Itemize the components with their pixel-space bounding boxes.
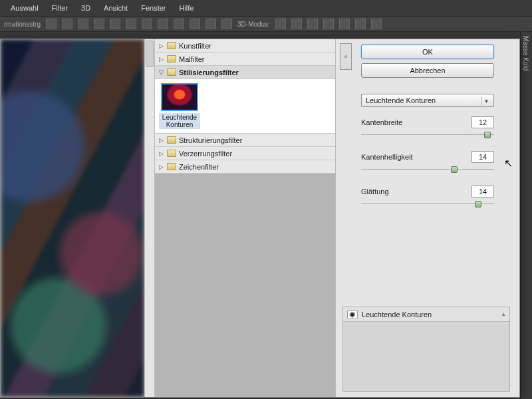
menu-bar: Auswahl Filter 3D Ansicht Fenster Hilfe — [0, 0, 532, 16]
folder-icon — [167, 42, 176, 49]
param-label: Glättung — [361, 188, 389, 196]
visibility-toggle[interactable]: ◉ — [347, 310, 358, 319]
menu-3d[interactable]: 3D — [74, 1, 97, 15]
toolbar-icon[interactable] — [62, 19, 72, 29]
tree-empty-area — [155, 174, 335, 397]
toolbar-icon[interactable] — [78, 19, 88, 29]
menu-hilfe[interactable]: Hilfe — [172, 1, 200, 15]
filter-thumb-leuchtende-konturen[interactable]: Leuchtende Konturen — [159, 83, 200, 129]
menu-auswahl[interactable]: Auswahl — [4, 1, 45, 15]
options-bar: rmationsstrg 3D-Modus: — [0, 16, 532, 32]
slider-kantenbreite[interactable] — [361, 131, 494, 139]
right-panel-dock: Masse Kold — [520, 32, 532, 399]
tree-label: Strukturierungsfilter — [179, 136, 242, 144]
param-kantenhelligkeit: Kantenhelligkeit 14 — [361, 151, 510, 174]
expand-icon[interactable]: ▷ — [158, 56, 164, 63]
expand-icon[interactable]: ▷ — [158, 137, 164, 144]
toolbar-icon[interactable] — [307, 19, 318, 29]
tree-item-verzerrungsfilter[interactable]: ▷ Verzerrungsfilter — [155, 147, 335, 160]
preview-scrollbar[interactable] — [144, 39, 155, 397]
effect-name: Leuchtende Konturen — [362, 311, 432, 319]
param-value-input[interactable]: 12 — [471, 116, 494, 128]
slider-handle[interactable] — [484, 132, 491, 138]
toolbar-icon[interactable] — [371, 19, 382, 29]
effect-stack: ◉ Leuchtende Konturen ▴ — [342, 307, 510, 392]
preview-pane[interactable] — [1, 39, 144, 397]
param-value-input[interactable]: 14 — [471, 186, 494, 198]
tree-label: Verzerrungsfilter — [179, 150, 232, 158]
tree-label: Stilisierungsfilter — [179, 68, 239, 76]
menu-fenster[interactable]: Fenster — [134, 1, 172, 15]
toolbar-icon[interactable] — [190, 19, 200, 29]
collapse-icon[interactable]: ▽ — [158, 69, 164, 76]
panel-tab[interactable]: Masse Kold — [521, 32, 531, 74]
preview-image — [1, 39, 144, 397]
tree-item-zeichenfilter[interactable]: ▷ Zeichenfilter — [155, 160, 335, 174]
param-glaettung: Glättung 14 — [361, 186, 510, 208]
tree-label: Kunstfilter — [179, 42, 211, 50]
toolbar-icon[interactable] — [142, 19, 152, 29]
ok-button[interactable]: OK — [361, 45, 494, 59]
tree-item-kunstfilter[interactable]: ▷ Kunstfilter — [155, 39, 335, 53]
param-value-input[interactable]: 14 — [471, 151, 494, 163]
toolbar-icon[interactable] — [339, 19, 350, 29]
chevron-down-icon: ▼ — [481, 96, 491, 106]
folder-icon — [167, 55, 176, 63]
toolbar-left-text: rmationsstrg — [4, 21, 41, 28]
expand-icon[interactable]: ▷ — [158, 150, 164, 157]
menu-filter[interactable]: Filter — [45, 1, 74, 15]
chevron-up-icon[interactable]: ▴ — [502, 311, 505, 317]
folder-icon — [167, 150, 176, 157]
toolbar-icon[interactable] — [323, 19, 334, 29]
slider-track — [361, 169, 494, 170]
menu-ansicht[interactable]: Ansicht — [97, 1, 134, 15]
toolbar-mode-label: 3D-Modus: — [237, 21, 270, 28]
param-kantenbreite: Kantenbreite 12 — [361, 116, 510, 139]
tree-label: Zeichenfilter — [179, 163, 219, 171]
cancel-label: Abbrechen — [410, 66, 445, 74]
slider-handle[interactable] — [475, 201, 481, 207]
toolbar-icon[interactable] — [275, 19, 286, 29]
toolbar-icon[interactable] — [355, 19, 366, 29]
toolbar-icon[interactable] — [291, 19, 302, 29]
toolbar-icon[interactable] — [221, 19, 232, 29]
scrollbar-thumb[interactable] — [146, 41, 154, 67]
toolbar-icon[interactable] — [126, 19, 136, 29]
slider-glaettung[interactable] — [361, 200, 494, 208]
slider-track — [361, 203, 494, 204]
tree-item-strukturierungsfilter[interactable]: ▷ Strukturierungsfilter — [155, 134, 335, 147]
param-label: Kantenbreite — [361, 118, 402, 126]
expand-icon[interactable]: ▷ — [158, 43, 164, 49]
filter-gallery-dialog: ▷ Kunstfilter ▷ Malfilter ▽ Stilisierung… — [0, 39, 520, 398]
toolbar-icon[interactable] — [158, 19, 168, 29]
slider-track — [361, 134, 494, 135]
slider-handle[interactable] — [451, 166, 458, 173]
effect-stack-item[interactable]: ◉ Leuchtende Konturen ▴ — [343, 307, 509, 322]
filter-preset-dropdown[interactable]: Leuchtende Konturen ▼ — [361, 94, 494, 107]
folder-icon — [167, 163, 176, 170]
eye-icon: ◉ — [349, 310, 356, 319]
toolbar-icon[interactable] — [110, 19, 120, 29]
collapse-tree-button[interactable]: « — [340, 43, 352, 70]
toolbar-icon[interactable] — [94, 19, 104, 29]
slider-kantenhelligkeit[interactable] — [361, 166, 494, 174]
thumb-image — [161, 83, 198, 111]
tree-label: Malfilter — [179, 55, 205, 63]
folder-icon — [167, 136, 176, 144]
filter-tree: ▷ Kunstfilter ▷ Malfilter ▽ Stilisierung… — [155, 39, 336, 397]
ok-label: OK — [422, 48, 433, 56]
tree-item-malfilter[interactable]: ▷ Malfilter — [155, 53, 335, 66]
thumb-caption: Leuchtende Konturen — [159, 113, 200, 129]
dropdown-value: Leuchtende Konturen — [366, 96, 436, 104]
toolbar-icon[interactable] — [205, 19, 216, 29]
folder-icon — [167, 68, 176, 76]
expand-icon[interactable]: ▷ — [158, 164, 164, 170]
toolbar-icon[interactable] — [174, 19, 184, 29]
toolbar-icon[interactable] — [46, 19, 57, 29]
cancel-button[interactable]: Abbrechen — [361, 63, 494, 78]
filter-thumbnails: Leuchtende Konturen — [155, 79, 335, 134]
filter-controls: « OK Abbrechen Leuchtende Konturen ▼ Kan… — [336, 39, 519, 397]
chevron-double-icon: « — [344, 53, 347, 60]
tree-item-stilisierungsfilter[interactable]: ▽ Stilisierungsfilter — [155, 66, 335, 79]
param-label: Kantenhelligkeit — [361, 153, 413, 161]
